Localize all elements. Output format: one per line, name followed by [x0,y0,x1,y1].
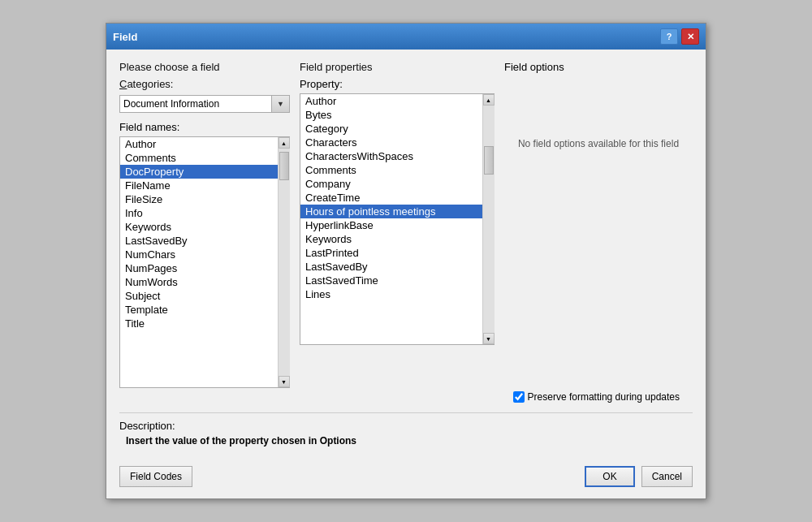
list-item[interactable]: CreateTime [300,191,482,205]
dialog-title: Field [113,31,137,43]
list-item[interactable]: NumPages [120,261,278,275]
list-item[interactable]: Keywords [120,220,278,234]
titlebar-buttons: ? ✕ [660,28,699,45]
list-item[interactable]: Author [300,94,482,108]
list-item[interactable]: NumChars [120,248,278,261]
list-item[interactable]: LastSavedTime [300,274,482,287]
list-item[interactable]: HyperlinkBase [300,218,482,232]
no-options-text: No field options available for this fiel… [504,138,693,149]
list-item[interactable]: Info [120,206,278,220]
list-item[interactable]: CharactersWithSpaces [300,149,482,163]
scroll-track [279,149,290,376]
categories-dropdown-wrapper: Document Information ▼ [119,95,290,113]
list-item[interactable]: Author [120,137,278,151]
list-item[interactable]: LastSavedBy [300,260,482,274]
list-item[interactable]: Keywords [300,232,482,246]
help-button[interactable]: ? [660,28,678,45]
list-item[interactable]: Template [120,303,278,317]
list-item[interactable]: Title [120,317,278,330]
ok-cancel-group: OK Cancel [585,466,693,487]
field-names-list-inner: Author Comments DocProperty FileName Fil… [120,137,278,387]
left-column: Please choose a field Categories: Docume… [119,61,290,388]
list-item[interactable]: FileSize [120,192,278,206]
list-item[interactable]: LastSavedBy [120,234,278,248]
prop-scroll-up-btn[interactable]: ▲ [483,94,495,106]
list-item[interactable]: Subject [120,289,278,303]
list-item[interactable]: Category [300,122,482,136]
list-item[interactable]: Bytes [300,108,482,122]
prop-scroll-thumb[interactable] [484,146,494,175]
categories-dropdown[interactable]: Document Information [119,95,272,113]
field-codes-button[interactable]: Field Codes [119,466,192,487]
field-names-label: Field names: [119,121,290,133]
list-item[interactable]: NumWords [120,275,278,289]
property-label: Property: [300,78,495,90]
dialog-content: Please choose a field Categories: Docume… [106,50,706,458]
field-options-label: Field options [504,61,693,73]
ok-button[interactable]: OK [585,466,634,487]
preserve-checkbox[interactable] [513,391,525,403]
preserve-text: Preserve formatting during updates [528,391,680,403]
list-item[interactable]: Company [300,177,482,191]
description-label: Description: [119,420,693,432]
right-column: Field options No field options available… [504,61,693,149]
scroll-up-btn[interactable]: ▲ [279,137,290,149]
choose-field-label: Please choose a field [119,61,290,73]
bottom-bar: Field Codes OK Cancel [106,458,706,498]
list-item[interactable]: Comments [300,163,482,177]
field-properties-label: Field properties [300,61,495,73]
scroll-thumb[interactable] [279,152,289,180]
description-section: Description: Insert the value of the pro… [119,412,693,447]
property-scrollbar: ▲ ▼ [482,94,494,344]
dialog-window: Field ? ✕ Please choose a field Categori… [106,23,706,499]
prop-scroll-down-btn[interactable]: ▼ [483,333,495,344]
prop-scroll-track [483,106,495,333]
categories-underline-C: C [119,78,127,90]
scroll-down-btn[interactable]: ▼ [279,376,290,387]
middle-column: Field properties Property: Author Bytes … [300,61,495,345]
categories-label: Categories: [119,78,290,90]
property-listbox: Author Bytes Category Characters Charact… [300,93,495,345]
description-text: Insert the value of the property chosen … [126,435,693,447]
property-list-inner: Author Bytes Category Characters Charact… [300,94,482,344]
list-item[interactable]: LastPrinted [300,246,482,260]
field-names-listbox: Author Comments DocProperty FileName Fil… [119,136,290,388]
cancel-button[interactable]: Cancel [641,466,693,487]
close-button[interactable]: ✕ [681,28,699,45]
list-item[interactable]: Comments [120,151,278,165]
titlebar: Field ? ✕ [106,24,706,50]
list-item[interactable]: DocProperty [120,165,278,179]
preserve-label[interactable]: Preserve formatting during updates [513,391,680,403]
list-item[interactable]: Hours of pointless meetings [300,205,482,218]
preserve-row: Preserve formatting during updates [119,391,693,403]
list-item[interactable]: Characters [300,136,482,149]
dropdown-arrow-icon[interactable]: ▼ [272,95,290,113]
categories-rest: ategories: [127,78,173,90]
list-item[interactable]: FileName [120,179,278,192]
field-names-scrollbar: ▲ ▼ [278,137,289,387]
columns-layout: Please choose a field Categories: Docume… [119,61,693,388]
list-item[interactable]: Lines [300,287,482,301]
